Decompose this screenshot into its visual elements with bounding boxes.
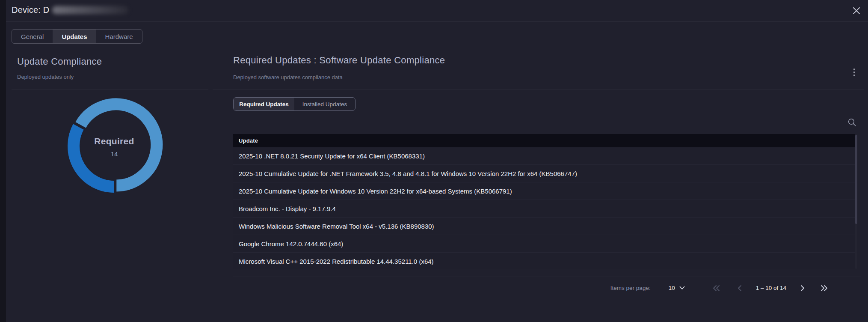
table-scrollbar[interactable] — [855, 134, 857, 269]
tab-bar: General Updates Hardware — [12, 29, 142, 44]
tab-updates[interactable]: Updates — [53, 30, 96, 43]
search-icon — [847, 118, 857, 127]
tab-general[interactable]: General — [12, 30, 53, 43]
required-updates-subtitle: Deployed software updates compliance dat… — [233, 74, 343, 80]
right-panel-divider — [213, 89, 864, 89]
left-panel-divider — [12, 89, 208, 89]
close-button[interactable] — [850, 5, 862, 17]
page-range-label: 1 – 10 of 14 — [756, 285, 786, 291]
table-row[interactable]: 2025-10 .NET 8.0.21 Security Update for … — [233, 147, 855, 165]
dialog-title: Device: D — [12, 4, 128, 16]
header-divider — [6, 21, 868, 22]
required-updates-title: Required Updates : Software Update Compl… — [233, 55, 445, 66]
update-compliance-title: Update Compliance — [17, 56, 102, 67]
table-header-row: Update — [233, 134, 855, 147]
last-page-button[interactable] — [819, 283, 829, 293]
table-row[interactable]: 2025-10 Cumulative Update for Windows 10… — [233, 182, 855, 200]
toggle-installed-updates[interactable]: Installed Updates — [294, 98, 355, 110]
column-header-update: Update — [239, 137, 258, 144]
updates-view-toggle: Required Updates Installed Updates — [233, 97, 355, 111]
scrollbar-thumb[interactable] — [855, 135, 857, 224]
double-chevron-right-icon — [820, 285, 828, 292]
compliance-donut-chart: Required 14 — [64, 96, 164, 196]
first-page-button[interactable] — [711, 283, 722, 293]
kebab-icon — [853, 75, 855, 76]
toggle-required-updates[interactable]: Required Updates — [234, 98, 294, 110]
table-row[interactable]: Microsoft Visual C++ 2015-2022 Redistrib… — [233, 253, 855, 269]
search-button[interactable] — [846, 116, 858, 128]
table-row[interactable]: Windows Malicious Software Removal Tool … — [233, 218, 855, 235]
items-per-page-label: Items per page: — [610, 285, 651, 291]
double-chevron-left-icon — [712, 285, 720, 292]
table-row[interactable]: Google Chrome 142.0.7444.60 (x64) — [233, 235, 855, 253]
next-page-button[interactable] — [797, 283, 808, 293]
page-size-value[interactable]: 10 — [669, 285, 675, 291]
kebab-icon — [853, 72, 855, 73]
tab-hardware[interactable]: Hardware — [96, 30, 142, 43]
previous-page-button[interactable] — [735, 283, 745, 293]
table-row[interactable]: 2025-10 Cumulative Update for .NET Frame… — [233, 165, 855, 182]
update-compliance-subtitle: Deployed updates only — [17, 74, 74, 80]
table-paginator: Items per page: 10 1 – 10 of 14 — [233, 277, 861, 299]
chevron-right-icon — [800, 285, 805, 292]
page-size-select[interactable] — [679, 286, 685, 290]
close-icon — [853, 7, 860, 15]
redacted-device-name — [52, 6, 128, 14]
chevron-left-icon — [737, 285, 742, 292]
donut-chart-svg — [64, 96, 164, 196]
dialog-title-text: Device: D — [12, 5, 50, 15]
chevron-down-icon — [679, 286, 685, 290]
updates-table: Update 2025-10 .NET 8.0.21 Security Upda… — [233, 134, 855, 269]
table-row[interactable]: Broadcom Inc. - Display - 9.17.9.4 — [233, 200, 855, 218]
kebab-icon — [853, 69, 855, 70]
page-left-edge — [0, 0, 6, 322]
panel-menu-button[interactable] — [850, 66, 857, 78]
